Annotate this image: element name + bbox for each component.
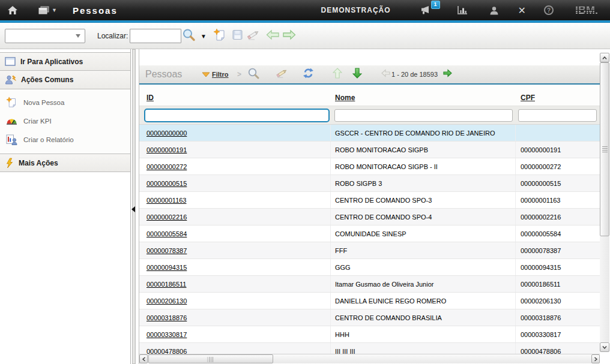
table-body: 00000000000 GSCCR - CENTRO DE COMANDO RI… [139,125,600,360]
cell-id: 00000078387 [139,242,331,258]
cell-id: 00000000191 [139,142,331,158]
search-options-caret-icon[interactable]: ▼ [201,32,207,39]
scroll-right-button[interactable] [591,354,600,363]
cell-id-link[interactable]: 00000094315 [146,264,187,271]
table-row[interactable]: 00000000515 ROBO SIGPB 3 00000000515 [139,175,600,192]
cell-id: 00000005584 [139,225,331,242]
filter-expand-chevron-icon[interactable]: > [237,70,241,79]
scroll-grip [208,357,214,362]
cell-nome: CENTRO DE COMANDO BRASILIA [331,309,516,326]
filter-input-nome[interactable] [334,109,513,122]
previous-row-arrow-icon[interactable] [333,68,342,82]
sidebar-section-common-actions[interactable]: Ações Comuns [0,71,130,89]
sidebar-item-criar-relatorio[interactable]: Criar o Relatório [0,130,130,149]
save-button[interactable] [231,28,244,43]
horizontal-scrollbar[interactable] [139,354,600,363]
previous-page-arrow-icon[interactable] [381,69,390,80]
scroll-up-button[interactable] [600,53,609,62]
cell-nome: GSCCR - CENTRO DE COMANDO RIO DE JANEIRO [331,125,516,141]
table-row[interactable]: 00000000191 ROBO MONITORACAO SIGPB 00000… [139,142,600,158]
table-row[interactable]: 00000005584 COMUNIDADE SINESP 0000000558… [139,225,600,242]
sidebar-section-more-actions[interactable]: Mais Ações [0,154,130,172]
horizontal-scroll-track[interactable] [273,354,591,363]
scroll-down-button[interactable] [600,342,609,352]
collapse-sidebar-handle-icon[interactable] [131,206,135,212]
notifications-button[interactable]: 1 [420,5,432,15]
vertical-scroll-track[interactable] [600,236,609,342]
localizar-label: Localizar: [97,32,128,40]
next-row-arrow-icon[interactable] [352,68,362,82]
grid-clear-icon[interactable] [275,68,289,82]
bullhorn-icon [420,5,432,15]
new-record-button[interactable] [213,28,226,44]
table-row[interactable]: 00000094315 GGG 00000094315 [139,259,600,276]
filter-input-id[interactable] [144,109,330,122]
cell-cpf: 00000078387 [516,247,600,254]
cell-id-link[interactable]: 00000000515 [146,180,187,187]
cell-id-link[interactable]: 00000005584 [146,230,187,237]
combo-caret-icon [76,34,80,38]
cell-id-link[interactable]: 00000000191 [146,146,187,154]
sidebar-section-label: Mais Ações [19,159,58,167]
previous-record-arrow-icon[interactable] [266,29,280,43]
table-row[interactable]: 00000318876 CENTRO DE COMANDO BRASILIA 0… [139,309,600,326]
cell-id-link[interactable]: 00000002216 [146,213,187,221]
horizontal-scroll-thumb[interactable] [148,354,273,363]
column-header-nome[interactable]: Nome [331,94,516,106]
sidebar-splitter[interactable] [131,49,139,364]
cell-id-link[interactable]: 00000206130 [146,297,187,305]
cell-id: 00000206130 [139,293,331,309]
close-icon[interactable]: ✕ [518,5,526,16]
table-row[interactable]: 00000330817 HHH 00000330817 [139,326,600,343]
cell-id-link[interactable]: 00000000272 [146,163,187,170]
sidebar-item-criar-kpi[interactable]: Criar KPI [0,112,130,130]
clear-changes-button[interactable] [246,28,261,43]
cell-id-link[interactable]: 00000000000 [146,130,187,137]
cell-nome: CENTRO DE COMANDO SPO-3 [331,192,516,208]
cell-nome: HHH [331,326,516,342]
cell-id-link[interactable]: 00000318876 [146,314,187,321]
cell-cpf: 00000000272 [516,163,600,170]
table-row[interactable]: 00000206130 DANIELLA EUNICE REGO ROMERO … [139,293,600,309]
user-profile-icon[interactable] [489,6,499,15]
table-row[interactable]: 00000002216 CENTRO DE COMANDO SPO-4 0000… [139,209,600,225]
column-header-cpf[interactable]: CPF [516,94,600,106]
sidebar-item-go-to-applications[interactable]: Ir Para Aplicativos [0,52,130,71]
scroll-left-button[interactable] [139,354,148,363]
cell-id-link[interactable]: 00000186511 [146,281,186,288]
application-window-icon [5,57,16,66]
filter-triangle-icon[interactable] [202,69,210,80]
vertical-scroll-thumb[interactable] [600,62,609,236]
search-icon[interactable] [182,28,196,44]
filter-link[interactable]: Filtro [212,71,229,78]
cell-cpf: 00000005584 [516,230,600,237]
sidebar-item-label: Criar o Relatório [23,136,74,143]
table-header-row: ID Nome CPF [139,85,600,106]
goto-combobox[interactable] [5,29,85,43]
cell-cpf: 00000000191 [516,146,600,154]
help-icon[interactable]: ? [544,5,554,15]
cell-id-link[interactable]: 00000330817 [146,331,187,338]
filter-input-cpf[interactable] [518,109,597,122]
apps-menu-button[interactable]: ▼ [38,6,57,14]
cell-id-link[interactable]: 00000001163 [146,197,186,204]
table-row[interactable]: 00000186511 Itamar Gusmao de Oliveira Ju… [139,276,600,293]
sidebar-item-nova-pessoa[interactable]: Nova Pessoa [0,93,130,112]
table-row[interactable]: 00000000272 ROBO MONITORACAO SIGPB - II … [139,158,600,175]
cell-nome: FFF [331,242,516,258]
next-record-arrow-icon[interactable] [282,29,296,43]
localizar-input[interactable] [130,29,181,43]
refresh-icon[interactable] [303,68,314,81]
column-header-id[interactable]: ID [139,94,331,106]
reports-chart-icon[interactable] [457,6,468,14]
next-page-arrow-icon[interactable] [443,69,452,80]
grid-search-icon[interactable] [247,67,259,82]
vertical-scrollbar[interactable] [600,49,610,364]
table-row[interactable]: 00000001163 CENTRO DE COMANDO SPO-3 0000… [139,192,600,209]
cell-id-link[interactable]: 00000078387 [146,247,187,254]
table-row[interactable]: 00000000000 GSCCR - CENTRO DE COMANDO RI… [139,125,600,142]
cell-cpf: 00000330817 [516,331,600,338]
home-icon[interactable] [7,5,18,15]
cell-cpf: 00000002216 [516,213,600,221]
table-row[interactable]: 00000078387 FFF 00000078387 [139,242,600,259]
